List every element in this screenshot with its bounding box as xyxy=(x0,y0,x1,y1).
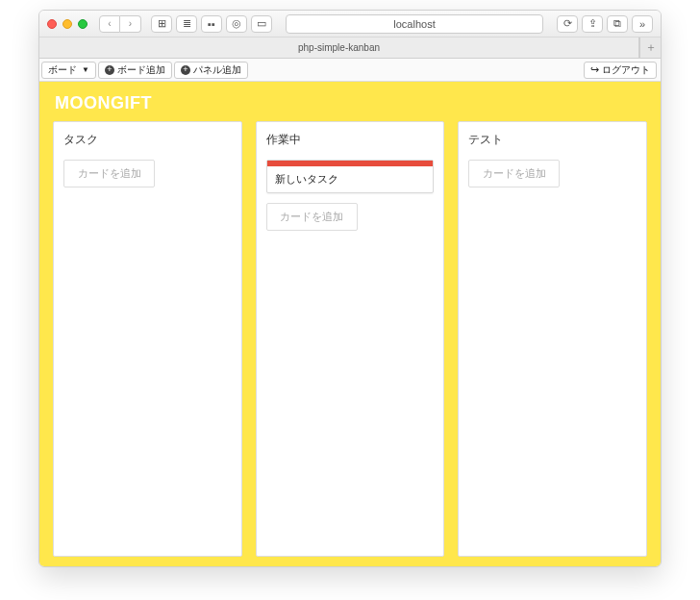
add-card-button[interactable]: カードを追加 xyxy=(468,160,560,188)
app-toolbar: ボード ▼ + ボード追加 + パネル追加 ↪ ログアウト xyxy=(39,59,661,82)
columns: タスク カードを追加 作業中 新しいタスク カードを追加 テスト カードを追加 xyxy=(53,121,647,557)
logout-icon: ↪ xyxy=(590,63,599,76)
logout-label: ログアウト xyxy=(602,63,650,77)
column-title: タスク xyxy=(63,132,232,148)
panel-add-button[interactable]: + パネル追加 xyxy=(174,62,248,79)
tab-title: php-simple-kanban xyxy=(298,42,380,53)
share-icon[interactable]: ⇪ xyxy=(582,15,603,33)
loop-icon[interactable]: ◎ xyxy=(226,15,247,33)
new-tab-button[interactable]: ＋ xyxy=(639,38,661,58)
minimize-icon[interactable] xyxy=(62,19,72,29)
grid-icon[interactable]: ▪▪ xyxy=(201,15,222,33)
column-test: テスト カードを追加 xyxy=(458,121,647,557)
board-menu-button[interactable]: ボード ▼ xyxy=(41,62,96,79)
sidebar-icon[interactable]: ⊞ xyxy=(151,15,172,33)
add-card-button[interactable]: カードを追加 xyxy=(63,160,155,188)
logout-button[interactable]: ↪ ログアウト xyxy=(584,62,657,79)
browser-window: ‹ › ⊞ ≣ ▪▪ ◎ ▭ localhost ⟳ ⇪ ⧉ » php-sim… xyxy=(38,10,662,567)
column-title: 作業中 xyxy=(266,132,435,148)
column-task: タスク カードを追加 xyxy=(53,121,242,557)
tabstrip: php-simple-kanban ＋ xyxy=(39,38,661,59)
card-text: 新しいタスク xyxy=(267,166,434,192)
browser-tab[interactable]: php-simple-kanban xyxy=(39,38,639,58)
forward-button[interactable]: › xyxy=(120,15,141,33)
add-card-button[interactable]: カードを追加 xyxy=(266,203,358,231)
plus-circle-icon: + xyxy=(181,65,190,75)
tabs-icon[interactable]: ⧉ xyxy=(607,15,628,33)
nav-back-forward: ‹ › xyxy=(99,15,141,33)
back-button[interactable]: ‹ xyxy=(99,15,120,33)
panel-icon[interactable]: ▭ xyxy=(251,15,272,33)
toolbar-left-icons: ⊞ ≣ ▪▪ ◎ ▭ xyxy=(151,15,272,33)
column-in-progress: 作業中 新しいタスク カードを追加 xyxy=(256,121,445,557)
overflow-icon[interactable]: » xyxy=(632,15,653,33)
column-title: テスト xyxy=(468,132,637,148)
board-title: MOONGIFT xyxy=(55,93,647,113)
toolbar-right-icons: ⟳ ⇪ ⧉ » xyxy=(557,15,653,33)
board-menu-label: ボード xyxy=(48,63,77,77)
stack-icon[interactable]: ≣ xyxy=(176,15,197,33)
reload-icon[interactable]: ⟳ xyxy=(557,15,578,33)
plus-circle-icon: + xyxy=(105,65,114,75)
zoom-icon[interactable] xyxy=(78,19,88,29)
address-bar[interactable]: localhost xyxy=(286,14,543,34)
kanban-card[interactable]: 新しいタスク xyxy=(266,160,435,193)
traffic-lights xyxy=(47,19,88,29)
caret-down-icon: ▼ xyxy=(82,65,89,74)
close-icon[interactable] xyxy=(47,19,57,29)
address-text: localhost xyxy=(393,18,435,30)
panel-add-label: パネル追加 xyxy=(193,63,241,77)
titlebar: ‹ › ⊞ ≣ ▪▪ ◎ ▭ localhost ⟳ ⇪ ⧉ » xyxy=(39,11,661,38)
board-add-button[interactable]: + ボード追加 xyxy=(98,62,172,79)
kanban-board: MOONGIFT タスク カードを追加 作業中 新しいタスク カードを追加 テス… xyxy=(39,82,661,566)
board-add-label: ボード追加 xyxy=(117,63,165,77)
